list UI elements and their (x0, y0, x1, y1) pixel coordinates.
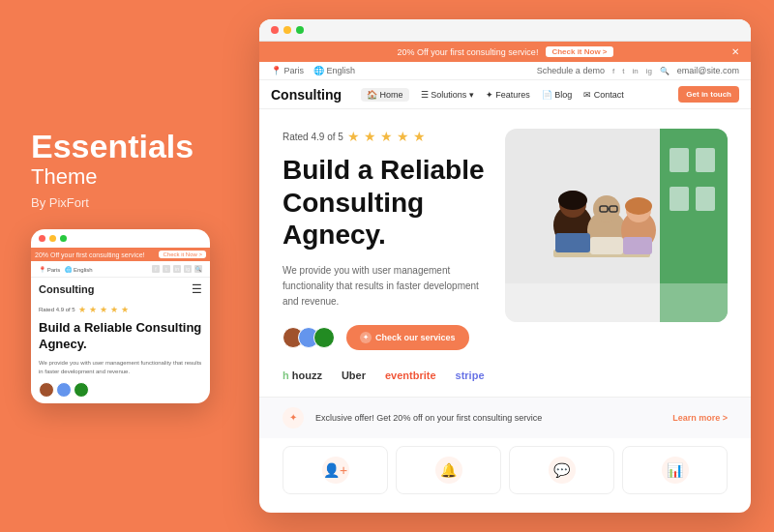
svg-rect-5 (670, 187, 689, 211)
mobile-star-2: ★ (89, 305, 97, 314)
brand-name: Essentials (31, 129, 236, 164)
linkedin-icon: in (632, 67, 638, 75)
svg-rect-19 (590, 237, 623, 254)
desktop-dot-yellow (283, 26, 291, 34)
desktop-main-nav: Consulting 🏠 Home ☰ Solutions ▾ ✦ Featur… (259, 80, 751, 109)
svg-rect-6 (696, 187, 715, 211)
desktop-secondary-nav: 📍 Paris 🌐 English Schedule a demo f t in… (259, 62, 751, 80)
desktop-sec-left: 📍 Paris 🌐 English (271, 66, 355, 75)
facebook-icon: f (612, 67, 614, 75)
bottom-strip-link[interactable]: Learn more > (672, 413, 728, 423)
mobile-star-5: ★ (121, 305, 129, 314)
desktop-notif-link[interactable]: Check it Now > (546, 46, 612, 57)
twitter-icon: t (622, 67, 624, 75)
mobile-mockup: 20% Off your first consulting service! C… (31, 229, 210, 403)
brand-stripe: stripe (456, 369, 485, 381)
dot-yellow (49, 235, 56, 242)
search-icon[interactable]: 🔍 (660, 67, 670, 75)
svg-rect-3 (670, 148, 689, 172)
desktop-hero: Rated 4.9 of 5 ★ ★ ★ ★ ★ Build a Reliabl… (259, 109, 751, 397)
mobile-hamburger-icon[interactable]: ☰ (192, 282, 202, 296)
brand-uber: Uber (342, 369, 366, 381)
linkedin-icon: in (173, 265, 181, 273)
desktop-star-2: ★ (364, 129, 376, 144)
search-icon[interactable]: 🔍 (194, 265, 202, 273)
desktop-language: 🌐 English (313, 66, 355, 75)
desktop-avatar-group (283, 327, 335, 348)
svg-rect-18 (555, 233, 590, 252)
desktop-hero-actions: ✦ Check our services (283, 325, 486, 350)
desktop-card-1: 👤+ (283, 446, 388, 494)
nav-link-features[interactable]: ✦ Features (486, 90, 530, 100)
desktop-card-2: 🔔 (396, 446, 501, 494)
desktop-brands: h houzz Uber eventbrite stripe (283, 369, 486, 381)
mobile-avatar-1 (39, 382, 54, 398)
card-3-icon: 💬 (549, 457, 576, 484)
by-text: By PixFort (31, 195, 236, 210)
desktop-star-4: ★ (397, 129, 409, 144)
mobile-star-1: ★ (78, 305, 86, 314)
instagram-icon: ig (646, 67, 652, 75)
mobile-rating: Rated 4.9 of 5 ★ ★ ★ ★ ★ (31, 301, 210, 316)
mobile-notification-bar: 20% Off your first consulting service! C… (31, 248, 210, 261)
exclusive-offer-icon: ✦ (283, 407, 304, 429)
desktop-nav-right: Get in touch (678, 86, 739, 103)
desktop-cta-label: Check our services (375, 333, 456, 342)
mobile-rating-text: Rated 4.9 of 5 (39, 307, 75, 312)
bottom-strip-text: Exclusive offer! Get 20% off on your fir… (315, 413, 661, 423)
mobile-hero-desc: We provide you with user management func… (31, 357, 210, 382)
nav-link-blog[interactable]: 📄 Blog (542, 90, 573, 100)
desktop-notif-text: 20% Off your first consulting service! (397, 47, 538, 57)
desktop-avatar-3 (313, 327, 335, 348)
nav-link-home[interactable]: 🏠 Home (361, 88, 409, 102)
houzz-icon: h (283, 369, 289, 381)
desktop-cta-button[interactable]: ✦ Check our services (346, 325, 469, 350)
desktop-location: 📍 Paris (271, 66, 304, 75)
mobile-secondary-nav: 📍 Paris 🌐 English f t in ig 🔍 (31, 261, 210, 278)
desktop-nav-cta[interactable]: Get in touch (678, 86, 739, 103)
desktop-nav-logo: Consulting (271, 87, 342, 103)
mobile-notif-text: 20% Off your first consulting service! (35, 251, 144, 258)
brand-houzz: h houzz (283, 369, 322, 381)
cta-icon: ✦ (360, 332, 372, 343)
facebook-icon: f (152, 265, 160, 273)
mobile-star-4: ★ (110, 305, 118, 314)
svg-rect-4 (696, 148, 715, 172)
desktop-hero-left: Rated 4.9 of 5 ★ ★ ★ ★ ★ Build a Reliabl… (283, 129, 486, 381)
hero-illustration (505, 129, 728, 322)
desktop-hero-image (505, 129, 728, 322)
desktop-hero-title: Build a Reliable Consulting Agnecy. (283, 154, 486, 251)
mobile-notif-link[interactable]: Check it Now > (159, 251, 206, 258)
svg-point-22 (625, 197, 652, 215)
brand-sub: Theme (31, 164, 236, 190)
desktop-email: email@site.com (677, 66, 739, 75)
desktop-bottom-strip: ✦ Exclusive offer! Get 20% off on your f… (259, 397, 751, 438)
desktop-star-3: ★ (380, 129, 393, 144)
desktop-rating-text: Rated 4.9 of 5 (283, 132, 343, 142)
desktop-star-5: ★ (413, 129, 426, 144)
desktop-notification-bar: 20% Off your first consulting service! C… (259, 42, 751, 62)
instagram-icon: ig (184, 265, 192, 273)
desktop-card-3: 💬 (509, 446, 614, 494)
nav-link-solutions[interactable]: ☰ Solutions ▾ (421, 90, 474, 100)
dot-green (60, 235, 67, 242)
svg-point-21 (558, 191, 587, 210)
desktop-notif-close-icon[interactable]: ✕ (731, 46, 739, 57)
desktop-mockup: 20% Off your first consulting service! C… (259, 19, 751, 513)
svg-point-10 (593, 195, 620, 222)
nav-link-contact[interactable]: ✉ Contact (583, 90, 624, 100)
desktop-schedule[interactable]: Schedule a demo (537, 66, 605, 75)
card-2-icon: 🔔 (435, 457, 462, 484)
twitter-icon: t (163, 265, 170, 273)
desktop-dot-green (296, 26, 304, 34)
desktop-nav-links: 🏠 Home ☰ Solutions ▾ ✦ Features 📄 Blog ✉… (361, 88, 678, 102)
mobile-social-icons: f t in ig 🔍 (152, 265, 202, 273)
brand-eventbrite: eventbrite (385, 369, 436, 381)
desktop-hero-right (505, 129, 728, 381)
desktop-hero-desc: We provide you with user management func… (283, 263, 486, 310)
svg-rect-20 (623, 237, 652, 254)
mobile-header: Consulting ☰ (31, 278, 210, 301)
mobile-location: 📍 Paris 🌐 English (39, 266, 93, 273)
card-1-icon: 👤+ (322, 457, 349, 484)
desktop-card-4: 📊 (622, 446, 728, 494)
